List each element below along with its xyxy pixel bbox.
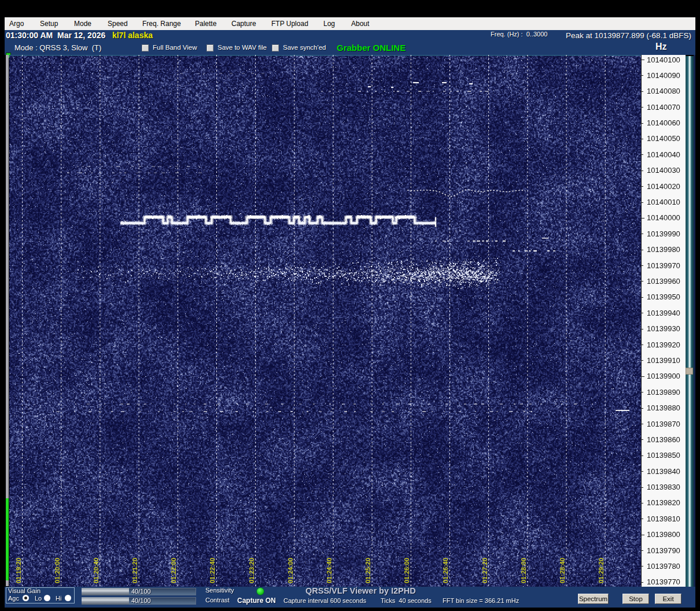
svg-text:01:26:00: 01:26:00 bbox=[403, 558, 410, 583]
svg-text:01:25:20: 01:25:20 bbox=[364, 558, 371, 583]
svg-text:01:28:00: 01:28:00 bbox=[520, 558, 527, 583]
svg-text:01:23:20: 01:23:20 bbox=[248, 558, 255, 583]
svg-text:01:19:20: 01:19:20 bbox=[15, 558, 22, 583]
svg-text:01:22:00: 01:22:00 bbox=[170, 558, 177, 583]
svg-text:01:27:20: 01:27:20 bbox=[481, 558, 488, 583]
svg-text:01:26:40: 01:26:40 bbox=[442, 558, 449, 583]
svg-text:01:24:00: 01:24:00 bbox=[287, 558, 294, 583]
svg-text:01:28:40: 01:28:40 bbox=[559, 558, 566, 583]
svg-text:01:20:40: 01:20:40 bbox=[93, 558, 100, 583]
svg-text:01:21:20: 01:21:20 bbox=[131, 558, 138, 583]
svg-text:01:24:40: 01:24:40 bbox=[326, 558, 333, 583]
svg-text:01:22:40: 01:22:40 bbox=[209, 558, 216, 583]
svg-text:01:29:20: 01:29:20 bbox=[598, 558, 605, 583]
svg-text:01:20:00: 01:20:00 bbox=[54, 558, 61, 583]
